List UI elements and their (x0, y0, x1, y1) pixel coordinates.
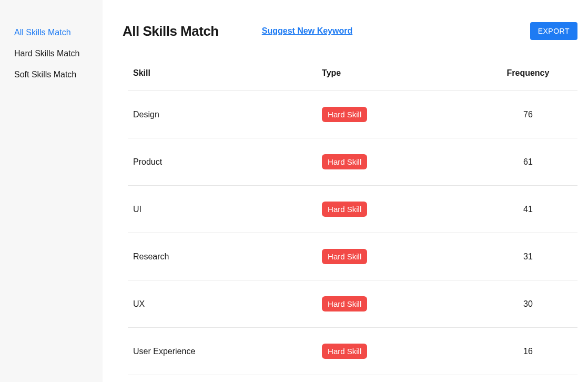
cell-frequency: 61 (479, 138, 577, 186)
skills-table: Skill Type Frequency DesignHard Skill76P… (128, 61, 577, 382)
cell-frequency: 30 (479, 280, 577, 328)
hard-skill-badge: Hard Skill (322, 154, 367, 169)
col-header-type: Type (317, 61, 479, 91)
sidebar-item-soft-skills[interactable]: Soft Skills Match (0, 64, 103, 85)
cell-type: Soft Skill (317, 375, 479, 383)
cell-type: Hard Skill (317, 328, 479, 375)
cell-skill: User Experience (128, 328, 317, 375)
table-row: DesignHard Skill76 (128, 91, 577, 138)
cell-frequency: 16 (479, 375, 577, 383)
cell-skill: Design (128, 91, 317, 138)
hard-skill-badge: Hard Skill (322, 296, 367, 311)
table-row: UXHard Skill30 (128, 280, 577, 328)
table-row: ProductHard Skill61 (128, 138, 577, 186)
cell-skill: UX (128, 280, 317, 328)
hard-skill-badge: Hard Skill (322, 202, 367, 217)
hard-skill-badge: Hard Skill (322, 107, 367, 122)
sidebar-item-hard-skills[interactable]: Hard Skills Match (0, 43, 103, 64)
suggest-keyword-link[interactable]: Suggest New Keyword (262, 26, 352, 36)
table-row: ResearchHard Skill31 (128, 233, 577, 280)
cell-skill: Product (128, 138, 317, 186)
cell-frequency: 16 (479, 328, 577, 375)
cell-type: Hard Skill (317, 280, 479, 328)
cell-type: Hard Skill (317, 233, 479, 280)
page-header: All Skills Match Suggest New Keyword EXP… (123, 22, 577, 40)
main-content: All Skills Match Suggest New Keyword EXP… (103, 0, 588, 382)
table-row: UIHard Skill41 (128, 186, 577, 233)
hard-skill-badge: Hard Skill (322, 249, 367, 264)
export-button[interactable]: EXPORT (530, 22, 577, 40)
hard-skill-badge: Hard Skill (322, 344, 367, 359)
table-header-row: Skill Type Frequency (128, 61, 577, 91)
cell-type: Hard Skill (317, 91, 479, 138)
skills-table-wrap: Skill Type Frequency DesignHard Skill76P… (123, 61, 577, 382)
sidebar-item-all-skills[interactable]: All Skills Match (0, 22, 103, 43)
cell-skill: Research (128, 233, 317, 280)
cell-frequency: 76 (479, 91, 577, 138)
cell-skill: UI (128, 186, 317, 233)
cell-skill: Communication (128, 375, 317, 383)
cell-type: Hard Skill (317, 186, 479, 233)
table-row: User ExperienceHard Skill16 (128, 328, 577, 375)
cell-frequency: 41 (479, 186, 577, 233)
sidebar: All Skills Match Hard Skills Match Soft … (0, 0, 103, 382)
col-header-skill: Skill (128, 61, 317, 91)
col-header-frequency: Frequency (479, 61, 577, 91)
page-title: All Skills Match (123, 23, 219, 39)
table-row: CommunicationSoft Skill16 (128, 375, 577, 383)
cell-type: Hard Skill (317, 138, 479, 186)
cell-frequency: 31 (479, 233, 577, 280)
